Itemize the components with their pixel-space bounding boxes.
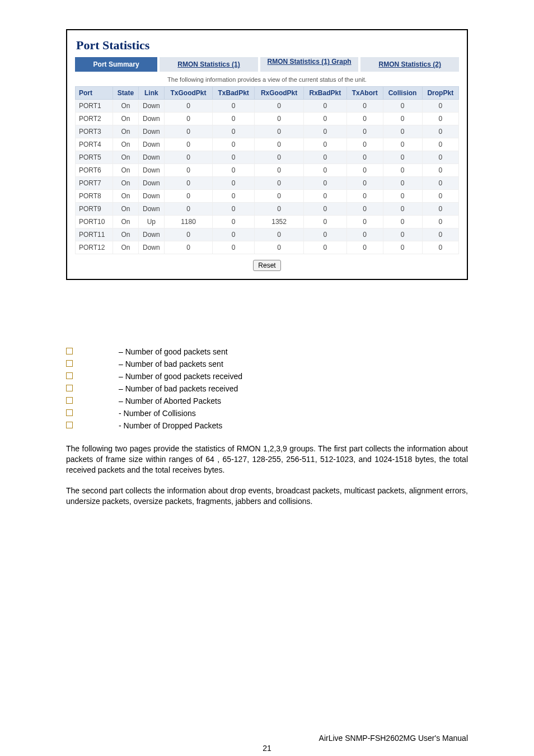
bullet-icon [66, 360, 73, 367]
tab-rmon-2[interactable]: RMON Statistics (2) [360, 57, 459, 72]
cell-port: PORT7 [76, 177, 113, 190]
list-item: – Number of bad packets sent [66, 360, 468, 368]
cell-collision: 0 [383, 151, 422, 164]
cell-link: Down [138, 164, 165, 177]
cell-port: PORT5 [76, 151, 113, 164]
cell-port: PORT8 [76, 190, 113, 203]
cell-rxgood: 0 [255, 177, 303, 190]
cell-droppkt: 0 [422, 151, 458, 164]
cell-droppkt: 0 [422, 113, 458, 125]
cell-collision: 0 [383, 190, 422, 203]
cell-txbad: 0 [212, 151, 255, 164]
cell-txgood: 0 [165, 113, 213, 125]
cell-rxgood: 0 [255, 113, 303, 125]
col-state: State [113, 87, 138, 100]
cell-txabort: 0 [346, 177, 383, 190]
table-row: PORT7OnDown0000000 [76, 177, 459, 190]
paragraph: The second part collects the information… [66, 486, 468, 507]
cell-droppkt: 0 [422, 138, 458, 151]
bullet-text: – Number of good packets sent [119, 347, 228, 356]
cell-collision: 0 [383, 203, 422, 216]
cell-droppkt: 0 [422, 164, 458, 177]
cell-txabort: 0 [346, 216, 383, 228]
cell-txabort: 0 [346, 228, 383, 241]
tab-rmon-1[interactable]: RMON Statistics (1) [160, 57, 258, 72]
cell-txgood: 0 [165, 177, 213, 190]
bullet-text: - Number of Dropped Packets [119, 421, 222, 430]
table-row: PORT3OnDown0000000 [76, 125, 459, 138]
cell-rxbad: 0 [303, 190, 346, 203]
col-droppkt: DropPkt [422, 87, 458, 100]
col-rxgood: RxGoodPkt [255, 87, 303, 100]
cell-droppkt: 0 [422, 100, 458, 113]
col-collision: Collision [383, 87, 422, 100]
cell-txgood: 0 [165, 164, 213, 177]
cell-txbad: 0 [212, 164, 255, 177]
reset-button[interactable]: Reset [253, 260, 280, 271]
cell-droppkt: 0 [422, 216, 458, 228]
cell-rxgood: 0 [255, 228, 303, 241]
bullet-icon [66, 348, 73, 354]
cell-state: On [113, 216, 138, 228]
cell-txgood: 0 [165, 138, 213, 151]
cell-txbad: 0 [212, 190, 255, 203]
bullet-text: - Number of Collisions [119, 409, 196, 418]
list-item: – Number of good packets sent [66, 347, 468, 356]
cell-link: Down [138, 241, 165, 254]
cell-collision: 0 [383, 125, 422, 138]
list-item: – Number of Aborted Packets [66, 396, 468, 405]
cell-rxbad: 0 [303, 100, 346, 113]
col-txabort: TxAbort [346, 87, 383, 100]
panel-caption: The following information provides a vie… [75, 76, 459, 83]
cell-txgood: 0 [165, 151, 213, 164]
cell-txabort: 0 [346, 125, 383, 138]
cell-port: PORT2 [76, 113, 113, 125]
cell-port: PORT12 [76, 241, 113, 254]
cell-txabort: 0 [346, 113, 383, 125]
cell-droppkt: 0 [422, 228, 458, 241]
cell-state: On [113, 113, 138, 125]
cell-state: On [113, 164, 138, 177]
col-txbad: TxBadPkt [212, 87, 255, 100]
cell-port: PORT11 [76, 228, 113, 241]
cell-port: PORT9 [76, 203, 113, 216]
cell-txbad: 0 [212, 228, 255, 241]
cell-rxbad: 0 [303, 177, 346, 190]
cell-link: Up [138, 216, 165, 228]
bullet-text: – Number of Aborted Packets [119, 396, 221, 405]
tab-port-summary[interactable]: Port Summary [75, 57, 157, 72]
cell-txbad: 0 [212, 125, 255, 138]
cell-rxgood: 1352 [255, 216, 303, 228]
table-row: PORT5OnDown0000000 [76, 151, 459, 164]
list-item: - Number of Collisions [66, 409, 468, 418]
cell-rxbad: 0 [303, 138, 346, 151]
cell-droppkt: 0 [422, 125, 458, 138]
bullet-icon [66, 372, 73, 379]
cell-state: On [113, 125, 138, 138]
cell-droppkt: 0 [422, 177, 458, 190]
cell-state: On [113, 203, 138, 216]
tab-rmon-1-graph[interactable]: RMON Statistics (1) Graph [260, 57, 359, 72]
cell-droppkt: 0 [422, 203, 458, 216]
cell-txgood: 0 [165, 203, 213, 216]
table-row: PORT12OnDown0000000 [76, 241, 459, 254]
cell-txabort: 0 [346, 138, 383, 151]
cell-state: On [113, 151, 138, 164]
cell-txgood: 0 [165, 228, 213, 241]
col-txgood: TxGoodPkt [165, 87, 213, 100]
table-row: PORT9OnDown0000000 [76, 203, 459, 216]
cell-droppkt: 0 [422, 190, 458, 203]
table-row: PORT10OnUp1180013520000 [76, 216, 459, 228]
cell-collision: 0 [383, 241, 422, 254]
cell-txabort: 0 [346, 203, 383, 216]
cell-link: Down [138, 100, 165, 113]
cell-txabort: 0 [346, 164, 383, 177]
subtabs: Port Summary RMON Statistics (1) RMON St… [75, 57, 459, 72]
cell-link: Down [138, 228, 165, 241]
cell-txbad: 0 [212, 241, 255, 254]
cell-rxbad: 0 [303, 164, 346, 177]
cell-link: Down [138, 203, 165, 216]
cell-link: Down [138, 138, 165, 151]
cell-txgood: 1180 [165, 216, 213, 228]
manual-title: AirLive SNMP-FSH2602MG User's Manual [319, 734, 468, 743]
